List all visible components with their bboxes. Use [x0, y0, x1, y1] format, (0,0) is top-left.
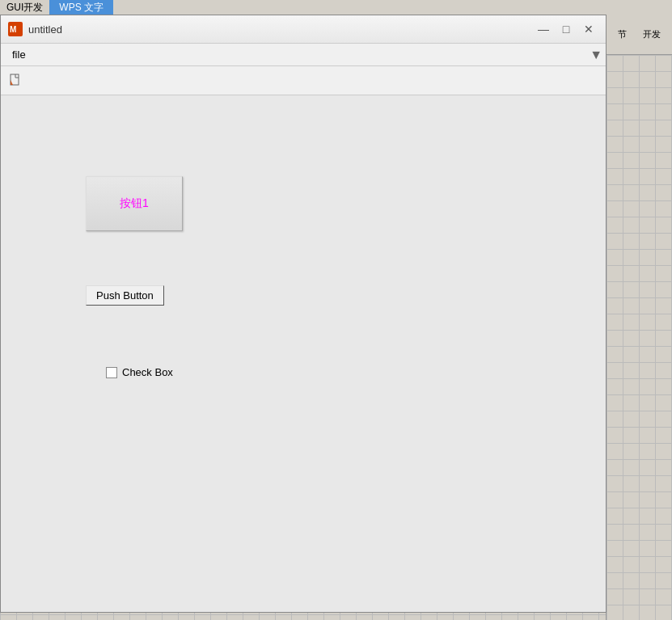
- minimize-button[interactable]: —: [533, 21, 554, 37]
- taskbar-item-wps[interactable]: WPS 文字: [49, 0, 113, 15]
- window-controls: — □ ✕: [533, 21, 599, 37]
- file-menu[interactable]: file: [4, 45, 34, 64]
- title-bar: M untitled — □ ✕: [1, 15, 606, 44]
- button-1[interactable]: 按钮1: [86, 176, 183, 231]
- svg-text:M: M: [10, 25, 16, 34]
- checkbox-input[interactable]: [106, 367, 117, 378]
- push-button-label: Push Button: [96, 289, 154, 302]
- right-panel-label-1: 节: [615, 27, 630, 42]
- push-button[interactable]: Push Button: [86, 285, 164, 306]
- svg-marker-3: [11, 80, 13, 85]
- maximize-button[interactable]: □: [556, 21, 577, 37]
- right-panel-header: 节 开发: [606, 15, 672, 55]
- new-file-icon: [8, 74, 23, 88]
- right-panel: 节 开发: [606, 15, 672, 620]
- checkbox-label: Check Box: [122, 366, 173, 378]
- matlab-window: M untitled — □ ✕ file ▼ 按钮1: [0, 15, 606, 613]
- taskbar: GUI开发 WPS 文字: [0, 0, 672, 15]
- checkbox-container[interactable]: Check Box: [106, 366, 173, 378]
- right-panel-grid: [606, 55, 672, 620]
- content-area: 按钮1 Push Button Check Box: [1, 95, 606, 612]
- new-file-button[interactable]: [4, 70, 27, 92]
- right-panel-label-2: 开发: [640, 27, 664, 42]
- menu-expand-icon[interactable]: ▼: [590, 48, 602, 62]
- close-button[interactable]: ✕: [578, 21, 599, 37]
- menu-bar: file ▼: [1, 44, 606, 66]
- taskbar-item-gui[interactable]: GUI开发: [0, 0, 49, 15]
- toolbar: [1, 66, 606, 95]
- taskbar-item-gui-label: GUI开发: [6, 1, 43, 15]
- taskbar-item-wps-label: WPS 文字: [59, 1, 104, 15]
- window-title: untitled: [28, 23, 599, 36]
- matlab-logo-icon: M: [7, 21, 23, 37]
- button-1-label: 按钮1: [120, 196, 149, 211]
